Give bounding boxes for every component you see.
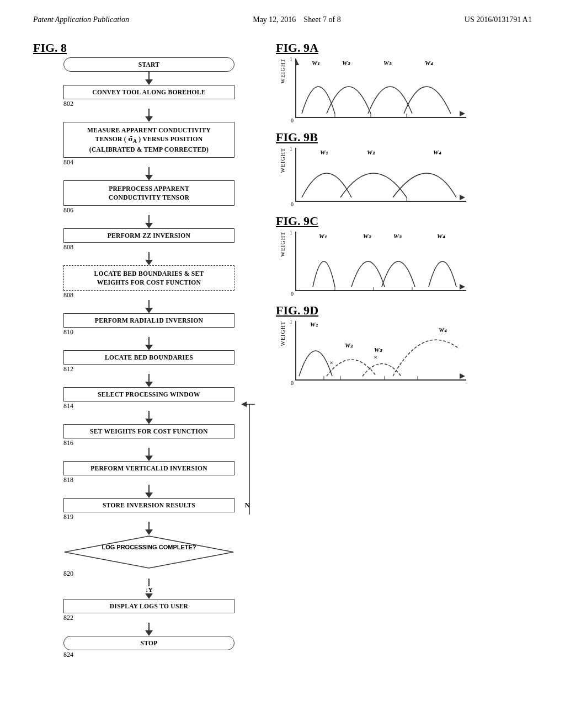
- fig9c-graph-wrapper: WEIGHT 1 0 W₁ W₂ W₃: [295, 232, 543, 293]
- fig9d-y-label: WEIGHT: [280, 321, 286, 346]
- fig9a-graph-wrapper: WEIGHT 1 0 W₁: [295, 58, 543, 120]
- flowchart-body: START CONVEY TOOL ALONG BOREHOLE 802 MEA…: [33, 57, 265, 660]
- header-center: May 12, 2016 Sheet 7 of 8: [253, 15, 340, 24]
- step-locate-bed: LOCATE BED BOUNDARIES: [63, 350, 234, 365]
- diamond-shape: LOG PROCESSING COMPLETE?: [63, 535, 234, 569]
- fig9b-y-label: WEIGHT: [280, 148, 286, 173]
- svg-text:W₂: W₂: [342, 60, 351, 66]
- header-right: US 2016/0131791 A1: [465, 15, 532, 24]
- store-results-row: STORE INVERSION RESULTS N: [63, 498, 234, 512]
- fig9a-y-1: 1: [290, 56, 292, 62]
- label-808: 808: [63, 243, 73, 251]
- fig9d-y-0: 0: [291, 380, 294, 386]
- svg-text:C: C: [462, 116, 466, 118]
- label-822: 822: [63, 614, 73, 622]
- svg-text:W₁: W₁: [320, 149, 328, 156]
- label-819: 819: [63, 513, 73, 521]
- svg-text:C: C: [462, 289, 466, 291]
- fig9b-svg: W₁ W₂ W₄ C 908: [295, 148, 466, 202]
- svg-text:C: C: [462, 199, 466, 202]
- svg-text:W₃: W₃: [393, 233, 402, 239]
- header-left: Patent Application Publication: [33, 15, 129, 24]
- label-802: 802: [63, 100, 73, 108]
- svg-text:W₃: W₃: [383, 60, 392, 66]
- loopback-arrow: [241, 399, 258, 520]
- start-box: START: [63, 57, 234, 72]
- step-preprocess: PREPROCESS APPARENTCONDUCTIVITY TENSOR: [63, 180, 234, 206]
- step-radial1d: PERFORM RADIAL1D INVERSION: [63, 313, 234, 328]
- fig9a-y-label: WEIGHT: [280, 58, 286, 83]
- fig9a-y-0: 0: [291, 117, 294, 124]
- step-measure-conductivity: MEASURE APPARENT CONDUCTIVITY TENSOR ( σ…: [63, 122, 234, 158]
- label-812: 812: [63, 365, 73, 373]
- fig9a-container: FIG. 9A WEIGHT 1 0: [276, 41, 543, 120]
- svg-marker-3: [65, 536, 233, 568]
- step-store-results: STORE INVERSION RESULTS: [63, 498, 234, 512]
- svg-text:C: C: [462, 378, 466, 381]
- svg-text:W₄: W₄: [433, 149, 441, 156]
- svg-text:W₄: W₄: [439, 326, 447, 333]
- svg-text:W₂: W₂: [345, 342, 354, 349]
- fig9b-y-1: 1: [290, 146, 292, 152]
- fig9d-svg: × × W₁ W₂ W₃ W₄ C 902: [295, 321, 466, 381]
- step-select-window: SELECT PROCESSING WINDOW: [63, 387, 234, 402]
- step-set-weights: SET WEIGHTS FOR COST FUNCTION: [63, 424, 234, 438]
- svg-text:W₁: W₁: [312, 60, 320, 66]
- step-vertical1d: PERFORM VERTICAL1D INVERSION: [63, 461, 234, 475]
- step-convey-tool: CONVEY TOOL ALONG BOREHOLE: [63, 85, 234, 99]
- step-display-logs: DISPLAY LOGS TO USER: [63, 599, 234, 613]
- svg-marker-2: [241, 402, 247, 407]
- label-818: 818: [63, 476, 73, 484]
- fig9b-graph-wrapper: WEIGHT 1 0 W₁ W₂ W₄ C: [295, 148, 543, 204]
- page-header: Patent Application Publication May 12, 2…: [0, 0, 565, 24]
- svg-text:W₁: W₁: [319, 233, 327, 239]
- stop-box: STOP: [63, 636, 234, 650]
- label-810: 810: [63, 328, 73, 336]
- fig9b-container: FIG. 9B WEIGHT 1 0 W₁ W₂ W₄: [276, 130, 543, 204]
- fig9d-y-1: 1: [290, 319, 292, 325]
- y-flow-connector: ↓Y: [145, 579, 153, 599]
- svg-text:W₂: W₂: [363, 233, 372, 239]
- fig9a-label: FIG. 9A: [276, 41, 543, 55]
- label-808b: 808: [63, 291, 73, 299]
- fig8-flowchart: FIG. 8 START CONVEY TOOL ALONG BOREHOLE …: [33, 41, 265, 660]
- svg-text:W₁: W₁: [310, 321, 318, 328]
- diamond-wrapper: LOG PROCESSING COMPLETE?: [63, 535, 234, 569]
- svg-text:×: ×: [374, 353, 377, 361]
- step-zz-inversion: PERFORM ZZ INVERSION: [63, 228, 234, 243]
- svg-text:W₂: W₂: [367, 149, 376, 156]
- svg-text:×: ×: [329, 358, 333, 367]
- fig9d-label: FIG. 9D: [276, 303, 543, 318]
- svg-marker-6: [295, 60, 299, 65]
- label-804: 804: [63, 158, 73, 167]
- fig9b-y-0: 0: [291, 201, 294, 207]
- fig9d-container: FIG. 9D WEIGHT 1 0 × ×: [276, 303, 543, 383]
- svg-text:LOG PROCESSING COMPLETE?: LOG PROCESSING COMPLETE?: [102, 544, 196, 550]
- fig9d-graph-wrapper: WEIGHT 1 0 × ×: [295, 321, 543, 383]
- label-806: 806: [63, 206, 73, 215]
- svg-text:W₄: W₄: [437, 233, 445, 239]
- fig9c-y-0: 0: [291, 291, 294, 297]
- fig9c-svg: W₁ W₂ W₃ W₄ C 902 904 906: [295, 232, 466, 291]
- fig9b-label: FIG. 9B: [276, 130, 543, 144]
- svg-text:W₃: W₃: [374, 346, 383, 353]
- label-814: 814: [63, 402, 73, 410]
- fig9c-label: FIG. 9C: [276, 214, 543, 228]
- right-column: FIG. 9A WEIGHT 1 0: [265, 41, 543, 660]
- label-816: 816: [63, 439, 73, 447]
- fig9c-y-label: WEIGHT: [280, 232, 286, 256]
- label-820: 820: [63, 570, 73, 578]
- fig9c-container: FIG. 9C WEIGHT 1 0 W₁: [276, 214, 543, 293]
- fig9a-svg: W₁ W₂ W₃ W₄ C 902 904 906: [295, 58, 466, 118]
- fig8-label: FIG. 8: [33, 41, 265, 55]
- fig9c-y-1: 1: [290, 229, 292, 235]
- step-locate-set-weights: LOCATE BED BOUNDARIES & SETWEIGHTS FOR C…: [63, 265, 234, 291]
- svg-text:W₄: W₄: [425, 60, 433, 66]
- label-824: 824: [63, 651, 73, 659]
